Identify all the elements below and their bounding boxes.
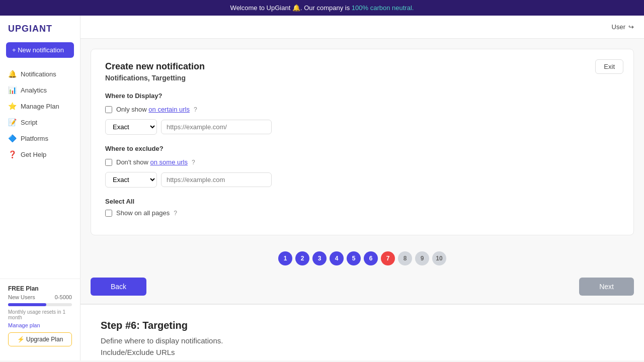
- exclude-url-row: Exact Contains Starts with Ends with: [105, 172, 619, 188]
- sidebar-item-label: Notifications: [21, 70, 56, 78]
- back-button[interactable]: Back: [91, 278, 146, 296]
- help-icon: ❓: [8, 150, 17, 158]
- step-4[interactable]: 4: [330, 251, 344, 265]
- step-2[interactable]: 2: [295, 251, 309, 265]
- dont-show-row: Don't show on some urls ?: [105, 158, 619, 166]
- action-row: Back Next: [80, 272, 644, 304]
- where-display-title: Where to Display?: [105, 92, 619, 100]
- sidebar-item-label: Analytics: [21, 86, 47, 94]
- banner-text: Welcome to UpGiant 🔔. Our company is: [230, 4, 352, 12]
- bottom-line1: Define where to display notifications.: [101, 335, 624, 347]
- only-show-label: Only show on certain urls: [116, 106, 190, 113]
- step-3[interactable]: 3: [312, 251, 327, 265]
- exclude-url-input[interactable]: [161, 172, 272, 187]
- only-show-checkbox[interactable]: [105, 106, 112, 113]
- plan-bar-bg: [8, 303, 72, 306]
- dont-show-label: Don't show on some urls: [116, 158, 188, 166]
- bottom-heading: Step #6: Targeting: [101, 320, 624, 331]
- display-url-input[interactable]: [161, 120, 272, 134]
- step-nav: 1 2 3 4 5 6 7 8 9 10: [80, 245, 644, 272]
- content-area: Create new notification Notifications, T…: [80, 39, 644, 360]
- sidebar-nav: 🔔 Notifications 📊 Analytics ⭐ Manage Pla…: [0, 66, 80, 279]
- exact-select-exclude[interactable]: Exact Contains Starts with Ends with: [105, 172, 157, 188]
- sidebar: UPGIANT + New notification 🔔 Notificatio…: [0, 16, 80, 360]
- sidebar-item-label: Script: [21, 119, 37, 126]
- main-content: User ↪ Create new notification Notificat…: [80, 16, 644, 360]
- users-range: 0-5000: [55, 294, 72, 300]
- plan-title: FREE Plan: [8, 285, 72, 292]
- sidebar-item-label: Get Help: [21, 151, 46, 158]
- step-6[interactable]: 6: [364, 251, 378, 265]
- some-urls-link[interactable]: on some urls: [150, 158, 188, 166]
- exit-button[interactable]: Exit: [595, 59, 623, 74]
- banner-link[interactable]: 100% carbon neutral.: [352, 4, 414, 12]
- certain-urls-link[interactable]: on certain urls: [148, 106, 190, 113]
- show-all-pages-row: Show on all pages ?: [105, 209, 619, 217]
- bell-icon: 🔔: [8, 70, 17, 78]
- plan-section: FREE Plan New Users 0-5000 Monthly usage…: [0, 279, 80, 352]
- step-9[interactable]: 9: [415, 251, 429, 265]
- user-menu[interactable]: User ↪: [612, 23, 634, 31]
- form-title: Create new notification: [105, 61, 619, 72]
- exact-select-display[interactable]: Exact Contains Starts with Ends with: [105, 119, 157, 135]
- main-header: User ↪: [80, 16, 644, 39]
- step-5[interactable]: 5: [347, 251, 361, 265]
- analytics-icon: 📊: [8, 86, 17, 94]
- sidebar-item-label: Platforms: [21, 135, 48, 142]
- plan-bar-fill: [8, 303, 46, 306]
- upgrade-button[interactable]: ⚡ Upgrade Plan: [8, 332, 72, 346]
- bottom-info: Step #6: Targeting Define where to displ…: [80, 304, 644, 360]
- form-subtitle: Notifications, Targetting: [105, 74, 619, 82]
- next-button[interactable]: Next: [579, 278, 634, 296]
- logout-icon: ↪: [628, 23, 634, 31]
- star-icon: ⭐: [8, 102, 17, 110]
- form-card: Create new notification Notifications, T…: [91, 49, 634, 235]
- top-banner: Welcome to UpGiant 🔔. Our company is 100…: [0, 0, 644, 16]
- sidebar-item-script[interactable]: 📝 Script: [0, 114, 80, 130]
- select-all-section: Select All Show on all pages ?: [105, 198, 619, 217]
- user-label: User: [612, 23, 625, 31]
- step-8[interactable]: 8: [398, 251, 412, 265]
- show-all-pages-checkbox[interactable]: [105, 210, 112, 217]
- bottom-line2: Include/Exclude URLs: [101, 347, 624, 358]
- new-notification-button[interactable]: + New notification: [6, 42, 74, 58]
- sidebar-item-platforms[interactable]: 🔷 Platforms: [0, 130, 80, 146]
- where-exclude-title: Where to exclude?: [105, 145, 619, 152]
- sidebar-item-manage-plan[interactable]: ⭐ Manage Plan: [0, 98, 80, 114]
- dont-show-checkbox[interactable]: [105, 159, 112, 166]
- only-show-row: Only show on certain urls ?: [105, 106, 619, 113]
- sidebar-item-get-help[interactable]: ❓ Get Help: [0, 146, 80, 162]
- plan-users: New Users 0-5000: [8, 294, 72, 300]
- only-show-help-icon[interactable]: ?: [194, 106, 197, 113]
- sidebar-item-label: Manage Plan: [21, 103, 59, 110]
- step-1[interactable]: 1: [278, 251, 292, 265]
- show-all-help-icon[interactable]: ?: [174, 210, 177, 217]
- script-icon: 📝: [8, 118, 17, 126]
- users-label: New Users: [8, 294, 35, 300]
- step-10[interactable]: 10: [432, 251, 446, 265]
- step-7[interactable]: 7: [381, 251, 395, 265]
- sidebar-item-analytics[interactable]: 📊 Analytics: [0, 82, 80, 98]
- sidebar-item-notifications[interactable]: 🔔 Notifications: [0, 66, 80, 82]
- platforms-icon: 🔷: [8, 134, 17, 142]
- manage-plan-link[interactable]: Manage plan: [8, 322, 72, 328]
- plan-reset: Monthly usage resets in 1 month: [8, 309, 72, 320]
- logo: UPGIANT: [0, 24, 80, 42]
- dont-show-help-icon[interactable]: ?: [192, 159, 195, 166]
- display-url-row: Exact Contains Starts with Ends with: [105, 119, 619, 135]
- show-all-pages-label: Show on all pages: [116, 209, 170, 217]
- select-all-title: Select All: [105, 198, 619, 205]
